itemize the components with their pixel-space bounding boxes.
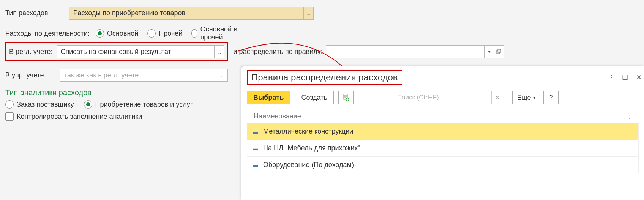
rules-popup: Правила распределения расходов ⋮ ☐ ✕ Выб…	[242, 66, 644, 200]
list-item-label: На НД "Мебель для прихожих"	[263, 144, 360, 152]
mgmt-account-field[interactable]: так же как в регл. учете ...	[60, 69, 228, 82]
regl-account-picker-button[interactable]: ...	[214, 46, 224, 58]
activity-radio-other[interactable]	[147, 29, 156, 38]
list-item[interactable]: ▬ Оборудование (По доходам)	[247, 157, 638, 173]
more-button-label: Еще	[517, 94, 531, 102]
popup-title: Правила распределения расходов	[247, 70, 402, 85]
list-item-label: Металлические конструкции	[263, 128, 353, 135]
left-divider	[0, 174, 241, 174]
list-header-name[interactable]: Наименование	[254, 112, 301, 120]
distribute-rule-field[interactable]: ▾	[326, 45, 504, 58]
item-icon: ▬	[253, 129, 258, 135]
item-icon: ▬	[253, 145, 258, 151]
chevron-down-icon: ▾	[533, 95, 535, 100]
select-button[interactable]: Выбрать	[247, 91, 290, 104]
list-item[interactable]: ▬ Металлические конструкции	[247, 123, 638, 140]
search-input[interactable]	[393, 94, 491, 101]
help-button[interactable]: ?	[543, 91, 559, 104]
distribute-rule-open-button[interactable]	[494, 46, 504, 58]
mgmt-account-label: В упр. учете:	[5, 71, 57, 79]
list-item-label: Оборудование (По доходам)	[263, 161, 354, 169]
analytics-radio-purchase[interactable]	[84, 100, 92, 109]
activity-option-2: Основной и прочей	[200, 25, 241, 41]
rules-list: ▬ Металлические конструкции ▬ На НД "Меб…	[247, 123, 639, 173]
close-icon[interactable]: ✕	[633, 72, 644, 83]
mgmt-account-picker-button[interactable]: ...	[218, 69, 227, 81]
activity-option-0: Основной	[107, 30, 139, 38]
distribute-rule-dropdown-button[interactable]: ▾	[484, 46, 494, 58]
control-analytics-label: Контролировать заполнение аналитики	[17, 113, 142, 121]
distribute-rule-label: и распределить по правилу:	[234, 48, 323, 56]
expense-type-label: Тип расходов:	[5, 9, 50, 17]
search-clear-button[interactable]: ×	[491, 91, 503, 104]
regl-account-label: В регл. учете:	[9, 48, 53, 56]
list-item[interactable]: ▬ На НД "Мебель для прихожих"	[247, 140, 638, 157]
sort-arrow-down-icon[interactable]: ↓	[628, 111, 632, 121]
create-button[interactable]: Создать	[295, 91, 333, 104]
analytics-option-1: Приобретение товаров и услуг	[95, 101, 193, 109]
expense-type-value: Расходы по приобретению товаров	[69, 9, 303, 17]
analytics-radio-order[interactable]	[5, 100, 14, 109]
analytics-option-0: Заказ поставщику	[17, 101, 74, 109]
svg-rect-1	[498, 49, 501, 52]
analytics-heading: Тип аналитики расходов	[5, 88, 241, 97]
copy-button[interactable]	[338, 91, 354, 104]
expense-type-field[interactable]: Расходы по приобретению товаров ...	[69, 7, 314, 20]
item-icon: ▬	[253, 162, 258, 168]
activity-radio-main[interactable]	[96, 29, 104, 38]
activity-option-1: Прочей	[159, 30, 182, 38]
control-analytics-checkbox[interactable]	[5, 112, 14, 121]
kebab-icon[interactable]: ⋮	[606, 72, 617, 83]
expense-type-picker-button[interactable]: ...	[303, 7, 313, 19]
activity-label: Расходы по деятельности:	[5, 30, 90, 38]
mgmt-account-placeholder: так же как в регл. учете	[60, 71, 218, 79]
activity-radio-both[interactable]	[191, 29, 197, 38]
more-button[interactable]: Еще ▾	[512, 91, 541, 104]
maximize-icon[interactable]: ☐	[620, 72, 630, 83]
regl-account-field[interactable]: Списать на финансовый результат ...	[57, 45, 224, 58]
regl-account-value: Списать на финансовый результат	[57, 48, 214, 56]
